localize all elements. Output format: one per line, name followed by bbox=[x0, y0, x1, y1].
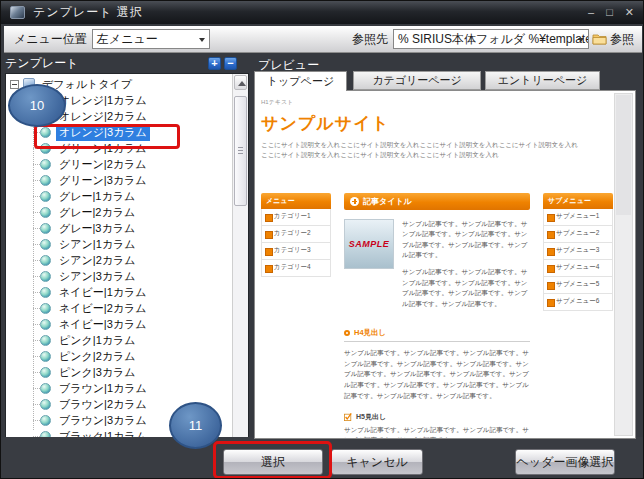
folder-icon bbox=[592, 33, 607, 45]
preview-nav-item: サブメニュー5 bbox=[543, 277, 613, 294]
preview-nav-item: サブメニュー3 bbox=[543, 243, 613, 260]
template-icon bbox=[40, 367, 51, 378]
tab-top-page[interactable]: トップページ bbox=[254, 71, 347, 91]
scrollbar-thumb[interactable] bbox=[616, 95, 631, 215]
menu-column-header: メニュー bbox=[261, 193, 331, 209]
tree-scrollbar[interactable] bbox=[232, 74, 248, 437]
template-icon bbox=[40, 319, 51, 330]
tree-item[interactable]: グレー|2カラム bbox=[6, 204, 231, 220]
toolbar: メニュー位置 左メニュー 参照先 % SIRIUS本体フォルダ %¥templa… bbox=[4, 26, 642, 53]
template-panel-header: テンプレート + − bbox=[5, 55, 251, 72]
tree-item[interactable]: グレー|1カラム bbox=[6, 188, 231, 204]
tree-item[interactable]: グリーン|3カラム bbox=[6, 172, 231, 188]
menu-position-value: 左メニュー bbox=[97, 31, 158, 48]
tree-item[interactable]: ネイビー|2カラム bbox=[6, 300, 231, 316]
tree-item-label: ブラウン|1カラム bbox=[56, 380, 150, 397]
tree-item[interactable]: ピンク|2カラム bbox=[6, 348, 231, 364]
tree-item[interactable]: グリーン|1カラム bbox=[6, 140, 231, 156]
tree-item[interactable]: シアン|1カラム bbox=[6, 236, 231, 252]
h5-sections: H5見出しサンプル記事です。サンプル記事です。サンプル記事です。サンプル記事です… bbox=[344, 412, 530, 440]
tree-item-label: ブラウン|2カラム bbox=[56, 396, 150, 413]
sample-image: SAMPLE bbox=[344, 219, 394, 269]
preview-nav-item: カテゴリー3 bbox=[261, 243, 331, 260]
browse-button[interactable]: 参照 bbox=[589, 28, 637, 50]
template-icon bbox=[40, 271, 51, 282]
preview-article-column: 記事タイトル SAMPLE サンプル記事です。サンプル記事です。サンプル記事です… bbox=[344, 193, 530, 439]
template-icon bbox=[40, 127, 51, 138]
sample-site-description: ここにサイト説明文を入れここにサイト説明文を入れここにサイト説明文を入れここにサ… bbox=[261, 140, 581, 161]
template-icon bbox=[40, 383, 51, 394]
reference-label: 参照先 bbox=[352, 31, 388, 48]
submenu-column-header: サブメニュー bbox=[543, 193, 613, 209]
tree-item-label: オレンジ|2カラム bbox=[56, 108, 150, 125]
circle-plus-icon bbox=[350, 197, 359, 206]
title-bar[interactable]: テンプレート 選択 – □ ✕ bbox=[1, 1, 643, 24]
minimize-button[interactable]: – bbox=[588, 1, 594, 24]
expand-all-button[interactable]: + bbox=[208, 57, 221, 70]
tree-item-label: グレー|1カラム bbox=[56, 188, 138, 205]
header-image-select-button[interactable]: ヘッダー画像選択 bbox=[515, 449, 615, 475]
preview-nav-item: カテゴリー1 bbox=[261, 209, 331, 226]
annotation-step-badge-10: 10 bbox=[8, 84, 66, 127]
tree-item-label: ブラウン|3カラム bbox=[56, 412, 150, 429]
h4-heading-label: H4見出し bbox=[354, 328, 386, 338]
article-paragraph: サンプル記事です。サンプル記事です。サンプル記事です。サンプル記事です。サンプル… bbox=[402, 267, 530, 309]
preview-nav-item: カテゴリー2 bbox=[261, 226, 331, 243]
tree-item[interactable]: ブラウン|1カラム bbox=[6, 380, 231, 396]
browse-button-label: 参照 bbox=[610, 31, 634, 48]
collapse-node-icon[interactable] bbox=[10, 80, 19, 89]
h1-placeholder-label: H1テキスト bbox=[261, 98, 613, 107]
template-tree: デフォルトタイプ オレンジ|1カラムオレンジ|2カラムオレンジ|3カラムグリーン… bbox=[5, 73, 249, 438]
article-paragraph: サンプル記事です。サンプル記事です。サンプル記事です。サンプル記事です。サンプル… bbox=[402, 219, 530, 261]
article-paragraph: サンプル記事です。サンプル記事です。サンプル記事です。サンプル記事です。サンプル… bbox=[344, 348, 530, 402]
template-icon bbox=[40, 351, 51, 362]
tree-item[interactable]: グリーン|2カラム bbox=[6, 156, 231, 172]
tree-item-label: グレー|2カラム bbox=[56, 204, 138, 221]
tree-item-label: オレンジ|3カラム bbox=[56, 124, 150, 141]
scroll-up-button[interactable] bbox=[234, 75, 247, 90]
template-icon bbox=[40, 399, 51, 410]
tree-item-label: グリーン|2カラム bbox=[56, 156, 150, 173]
preview-menu-column: メニュー カテゴリー1カテゴリー2カテゴリー3カテゴリー4 bbox=[261, 193, 331, 439]
tab-category-page[interactable]: カテゴリーページ bbox=[353, 71, 481, 90]
tree-item[interactable]: ネイビー|3カラム bbox=[6, 316, 231, 332]
scrollbar-thumb[interactable] bbox=[234, 96, 247, 206]
tree-item[interactable]: ピンク|1カラム bbox=[6, 332, 231, 348]
tree-item-label: グリーン|3カラム bbox=[56, 172, 150, 189]
tree-item-label: ピンク|2カラム bbox=[56, 348, 139, 365]
collapse-all-button[interactable]: − bbox=[224, 57, 237, 70]
cancel-button[interactable]: キャンセル bbox=[331, 449, 423, 475]
select-button[interactable]: 選択 bbox=[223, 449, 323, 475]
close-button[interactable]: ✕ bbox=[625, 1, 634, 24]
menu-list: カテゴリー1カテゴリー2カテゴリー3カテゴリー4 bbox=[261, 209, 331, 277]
tree-item[interactable]: ネイビー|1カラム bbox=[6, 284, 231, 300]
maximize-button[interactable]: □ bbox=[606, 1, 613, 24]
tree-item[interactable]: シアン|3カラム bbox=[6, 268, 231, 284]
preview-nav-item: サブメニュー2 bbox=[543, 226, 613, 243]
tab-entry-page[interactable]: エントリーページ bbox=[485, 71, 600, 90]
tree-item-label: シアン|1カラム bbox=[56, 236, 139, 253]
menu-position-select[interactable]: 左メニュー bbox=[92, 29, 210, 49]
h5-heading: H5見出し bbox=[344, 412, 530, 422]
window-title: テンプレート 選択 bbox=[33, 4, 143, 21]
submenu-list: サブメニュー1サブメニュー2サブメニュー3サブメニュー4サブメニュー5サブメニュ… bbox=[543, 209, 613, 311]
preview-scrollbar[interactable] bbox=[614, 93, 633, 436]
tree-item[interactable]: グレー|3カラム bbox=[6, 220, 231, 236]
app-icon bbox=[10, 6, 25, 19]
preview-nav-item: サブメニュー6 bbox=[543, 294, 613, 311]
reference-path-select[interactable]: % SIRIUS本体フォルダ %¥template bbox=[393, 29, 589, 49]
template-icon bbox=[40, 255, 51, 266]
preview-area: H1テキスト サンプルサイト ここにサイト説明文を入れここにサイト説明文を入れこ… bbox=[254, 90, 636, 439]
preview-page: H1テキスト サンプルサイト ここにサイト説明文を入れここにサイト説明文を入れこ… bbox=[261, 98, 613, 439]
template-icon bbox=[40, 143, 51, 154]
tree-item-label: シアン|3カラム bbox=[56, 268, 139, 285]
chevron-down-icon bbox=[578, 38, 584, 42]
menu-position-label: メニュー位置 bbox=[14, 31, 87, 48]
template-icon bbox=[40, 239, 51, 250]
preview-nav-item: カテゴリー4 bbox=[261, 260, 331, 277]
article-title-bar: 記事タイトル bbox=[344, 193, 530, 210]
template-icon bbox=[40, 159, 51, 170]
article-paragraph: サンプル記事です。サンプル記事です。サンプル記事です。サンプル記事です。サンプル… bbox=[344, 425, 530, 440]
tree-item[interactable]: ピンク|3カラム bbox=[6, 364, 231, 380]
tree-item[interactable]: シアン|2カラム bbox=[6, 252, 231, 268]
